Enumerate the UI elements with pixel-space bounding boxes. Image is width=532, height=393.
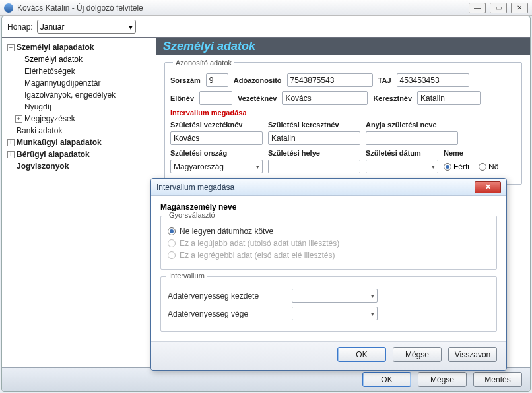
- collapse-icon[interactable]: −: [7, 44, 15, 51]
- tree-item-elerhetosegek[interactable]: Elérhetőségek: [5, 65, 153, 77]
- radio-dot-icon: [168, 239, 176, 247]
- option-newest: Ez a legújabb adat (utolsó adat után ill…: [168, 239, 490, 248]
- group-legend: Azonosító adatok: [173, 59, 234, 67]
- window-title: Kovács Katalin - Új dolgozó felvitele: [17, 3, 143, 13]
- gyorsvalaszto-group: Gyorsválasztó Ne legyen dátumhoz kötve E…: [160, 216, 497, 270]
- chevron-down-icon: ▾: [371, 293, 374, 299]
- szul-keresztnev-label: Születési keresztnév: [268, 121, 360, 129]
- section-header: Személyi adatok: [156, 38, 530, 55]
- dialog-titlebar: Intervallum megadása ✕: [151, 179, 506, 196]
- szul-datum-label: Születési dátum: [366, 149, 438, 157]
- main-save-button[interactable]: Mentés: [473, 372, 522, 387]
- intervallum-dialog: Intervallum megadása ✕ Magánszemély neve…: [150, 178, 507, 371]
- kezdete-field[interactable]: ▾: [292, 289, 378, 303]
- tree-item-banki-adatok[interactable]: Banki adatok: [5, 125, 153, 136]
- nav-tree: −Személyi alapadatok Személyi adatok Elé…: [2, 38, 156, 391]
- elonev-label: Előnév: [170, 94, 194, 102]
- tree-item-nyugdij[interactable]: Nyugdíj: [5, 101, 153, 113]
- radio-dot-icon: [444, 163, 451, 171]
- radio-dot-icon: [479, 163, 486, 171]
- szul-vezeteknev-field[interactable]: Kovács: [170, 131, 263, 145]
- vege-label: Adatérvényesség vége: [168, 309, 286, 318]
- intervallum-group: Intervallum Adatérvényesség kezdete ▾ Ad…: [160, 276, 497, 332]
- expand-icon[interactable]: +: [7, 139, 15, 146]
- tree-node-munkaugyi[interactable]: +Munkaügyi alapadatok: [5, 136, 153, 148]
- chevron-down-icon: ▾: [371, 311, 374, 317]
- chevron-down-icon: ▾: [256, 164, 259, 170]
- tree-item-igazolvanyok[interactable]: Igazolványok, engedélyek: [5, 89, 153, 101]
- tree-node-jogviszonyok[interactable]: Jogviszonyok: [5, 160, 153, 172]
- group-legend: Gyorsválasztó: [166, 211, 218, 219]
- szul-keresztnev-field[interactable]: Katalin: [268, 131, 360, 145]
- expand-icon[interactable]: +: [15, 115, 22, 123]
- szul-vezeteknev-label: Születési vezetéknév: [170, 121, 263, 129]
- window-maximize-button[interactable]: ▭: [490, 3, 507, 13]
- kezdete-label: Adatérvényesség kezdete: [168, 291, 286, 301]
- tree-node-berugyi[interactable]: +Bérügyi alapadatok: [5, 148, 153, 160]
- window-close-button[interactable]: ✕: [511, 3, 528, 13]
- chevron-down-icon: ▾: [432, 164, 435, 170]
- taj-field[interactable]: 453453453: [397, 73, 469, 87]
- dialog-title: Intervallum megadása: [156, 183, 234, 192]
- elonev-field[interactable]: [199, 91, 232, 105]
- group-legend: Intervallum: [166, 272, 207, 280]
- vege-field[interactable]: ▾: [292, 307, 378, 320]
- neme-no-radio[interactable]: Nő: [479, 162, 498, 171]
- intervallum-link[interactable]: Intervallum megadása: [170, 109, 516, 117]
- taj-label: TAJ: [378, 76, 391, 84]
- vezeteknev-field[interactable]: Kovács: [282, 91, 368, 105]
- main-cancel-button[interactable]: Mégse: [418, 372, 467, 387]
- neme-ferfi-radio[interactable]: Férfi: [444, 162, 469, 171]
- keresztnev-label: Keresztnév: [373, 94, 412, 102]
- sorszam-label: Sorszám: [170, 76, 201, 84]
- dialog-close-button[interactable]: ✕: [475, 181, 501, 193]
- szul-helye-field[interactable]: [268, 160, 360, 173]
- szul-helye-label: Születési helye: [268, 149, 360, 157]
- keresztnev-field[interactable]: Katalin: [417, 91, 481, 105]
- tree-item-megjegyzesek[interactable]: +Megjegyzések: [5, 113, 153, 125]
- month-label: Hónap:: [7, 22, 33, 32]
- month-select-value: Január: [40, 22, 65, 32]
- main-button-bar: OK Mégse Mentés: [2, 367, 530, 391]
- main-ok-button[interactable]: OK: [362, 372, 411, 387]
- dialog-cancel-button[interactable]: Mégse: [393, 347, 442, 362]
- sorszam-field[interactable]: 9: [206, 73, 228, 87]
- szul-orszag-select[interactable]: Magyarország▾: [170, 160, 263, 173]
- window-minimize-button[interactable]: —: [469, 3, 486, 13]
- tree-item-magannyugdij[interactable]: Magánnyugdíjpénztár: [5, 77, 153, 89]
- dialog-ok-button[interactable]: OK: [337, 347, 386, 362]
- expand-icon[interactable]: +: [7, 151, 15, 158]
- neme-label: Neme: [444, 149, 477, 157]
- szul-orszag-label: Születési ország: [170, 149, 263, 157]
- dialog-undo-button[interactable]: Visszavon: [448, 347, 497, 362]
- dialog-button-bar: OK Mégse Visszavon: [151, 341, 506, 370]
- tree-node-szemelyi-alapadatok[interactable]: −Személyi alapadatok: [5, 42, 153, 53]
- azonosito-adatok-group: Azonosító adatok Sorszám 9 Adóazonosító …: [164, 62, 522, 185]
- anyja-neve-field[interactable]: [366, 131, 458, 145]
- dialog-heading: Magánszemély neve: [160, 202, 497, 212]
- month-select[interactable]: Január ▾: [37, 20, 136, 34]
- radio-dot-icon: [168, 227, 176, 235]
- adoazonosito-label: Adóazonosító: [234, 76, 282, 84]
- app-icon: [4, 3, 13, 13]
- adoazonosito-field[interactable]: 7543875543: [287, 73, 373, 87]
- chevron-down-icon: ▾: [129, 22, 133, 32]
- anyja-neve-label: Anyja születési neve: [366, 121, 458, 129]
- option-no-date[interactable]: Ne legyen dátumhoz kötve: [168, 227, 490, 236]
- radio-dot-icon: [168, 251, 176, 259]
- tree-item-szemelyi-adatok[interactable]: Személyi adatok: [5, 53, 153, 65]
- window-titlebar: Kovács Katalin - Új dolgozó felvitele — …: [0, 0, 532, 16]
- option-oldest: Ez a legrégebbi adat (első adat elé ille…: [168, 251, 490, 260]
- szul-datum-field[interactable]: ▾: [366, 160, 438, 173]
- vezeteknev-label: Vezetéknév: [238, 94, 277, 102]
